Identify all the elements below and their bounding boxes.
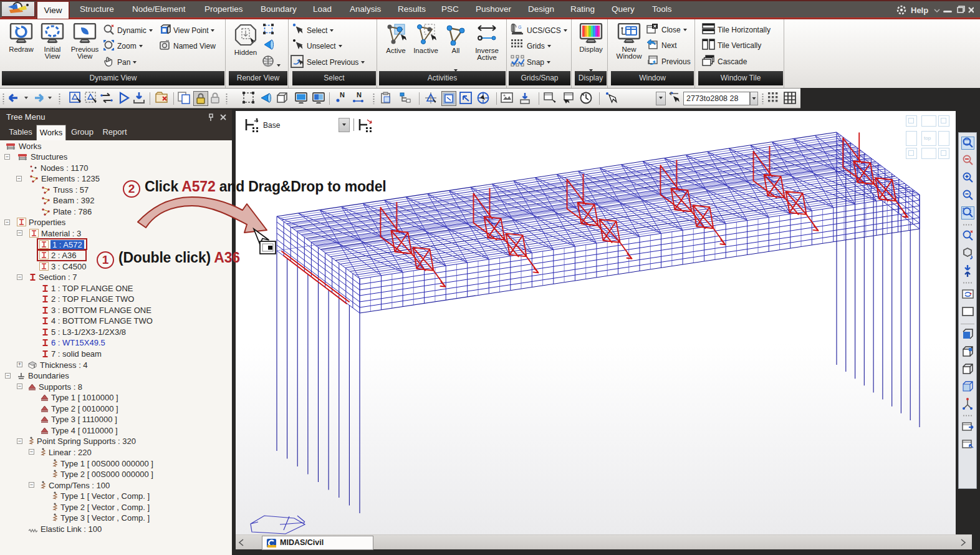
svg-text:N: N — [357, 91, 362, 99]
svg-text:G: G — [518, 25, 521, 29]
svg-text:Help: Help — [911, 6, 928, 15]
svg-text:N: N — [340, 91, 345, 99]
